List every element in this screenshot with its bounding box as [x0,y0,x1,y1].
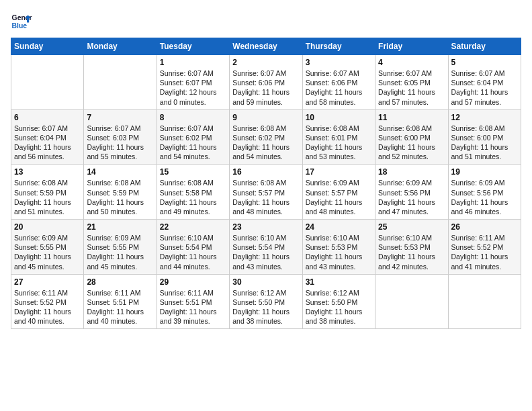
day-detail: Sunrise: 6:10 AMSunset: 5:54 PMDaylight:… [160,233,226,271]
day-detail: Sunrise: 6:09 AMSunset: 5:55 PMDaylight:… [14,233,81,271]
day-detail: Sunrise: 6:12 AMSunset: 5:50 PMDaylight:… [232,288,299,326]
day-number: 5 [451,58,518,67]
day-detail: Sunrise: 6:09 AMSunset: 5:57 PMDaylight:… [306,178,372,216]
day-cell: 24Sunrise: 6:10 AMSunset: 5:53 PMDayligh… [302,220,375,275]
day-cell: 4Sunrise: 6:07 AMSunset: 6:05 PMDaylight… [375,55,448,110]
day-cell: 31Sunrise: 6:12 AMSunset: 5:50 PMDayligh… [302,274,375,329]
day-cell [448,274,521,329]
week-row-5: 27Sunrise: 6:11 AMSunset: 5:52 PMDayligh… [11,274,521,329]
day-cell: 10Sunrise: 6:08 AMSunset: 6:01 PMDayligh… [302,109,375,165]
day-cell [11,55,84,110]
day-cell: 23Sunrise: 6:10 AMSunset: 5:54 PMDayligh… [230,220,302,275]
day-number: 13 [14,167,81,177]
day-cell: 2Sunrise: 6:07 AMSunset: 6:06 PMDaylight… [230,55,302,110]
day-detail: Sunrise: 6:11 AMSunset: 5:52 PMDaylight:… [14,288,81,326]
header-row: SundayMondayTuesdayWednesdayThursdayFrid… [11,38,521,55]
day-detail: Sunrise: 6:10 AMSunset: 5:54 PMDaylight:… [232,233,299,271]
col-header-monday: Monday [84,38,157,55]
col-header-wednesday: Wednesday [230,38,302,55]
day-detail: Sunrise: 6:09 AMSunset: 5:55 PMDaylight:… [87,233,153,271]
day-cell: 27Sunrise: 6:11 AMSunset: 5:52 PMDayligh… [11,274,84,329]
day-number: 14 [87,167,153,177]
day-detail: Sunrise: 6:07 AMSunset: 6:06 PMDaylight:… [306,68,372,107]
day-cell: 7Sunrise: 6:07 AMSunset: 6:03 PMDaylight… [84,109,157,165]
day-detail: Sunrise: 6:07 AMSunset: 6:04 PMDaylight:… [14,124,81,162]
day-cell: 19Sunrise: 6:09 AMSunset: 5:56 PMDayligh… [448,165,521,220]
day-detail: Sunrise: 6:07 AMSunset: 6:04 PMDaylight:… [451,68,518,107]
day-cell: 25Sunrise: 6:10 AMSunset: 5:53 PMDayligh… [375,220,448,275]
day-cell: 18Sunrise: 6:09 AMSunset: 5:56 PMDayligh… [375,165,448,220]
day-detail: Sunrise: 6:08 AMSunset: 5:58 PMDaylight:… [160,178,226,216]
day-number: 20 [14,222,81,232]
day-cell: 30Sunrise: 6:12 AMSunset: 5:50 PMDayligh… [230,274,302,329]
day-detail: Sunrise: 6:11 AMSunset: 5:52 PMDaylight:… [451,233,518,271]
day-number: 16 [232,167,299,177]
col-header-friday: Friday [375,38,448,55]
day-detail: Sunrise: 6:10 AMSunset: 5:53 PMDaylight:… [378,233,445,271]
day-detail: Sunrise: 6:09 AMSunset: 5:56 PMDaylight:… [378,178,445,216]
day-number: 12 [451,113,518,122]
day-detail: Sunrise: 6:10 AMSunset: 5:53 PMDaylight:… [306,233,372,271]
week-row-3: 13Sunrise: 6:08 AMSunset: 5:59 PMDayligh… [11,165,521,220]
day-number: 11 [378,113,445,122]
day-cell: 21Sunrise: 6:09 AMSunset: 5:55 PMDayligh… [84,220,157,275]
day-detail: Sunrise: 6:12 AMSunset: 5:50 PMDaylight:… [306,288,372,326]
day-cell: 28Sunrise: 6:11 AMSunset: 5:51 PMDayligh… [84,274,157,329]
day-detail: Sunrise: 6:07 AMSunset: 6:05 PMDaylight:… [378,68,445,107]
day-cell: 9Sunrise: 6:08 AMSunset: 6:02 PMDaylight… [230,109,302,165]
day-cell: 3Sunrise: 6:07 AMSunset: 6:06 PMDaylight… [302,55,375,110]
col-header-tuesday: Tuesday [157,38,229,55]
day-number: 4 [378,58,445,67]
day-number: 17 [306,167,372,177]
day-number: 10 [306,113,372,122]
day-number: 8 [160,113,226,122]
day-detail: Sunrise: 6:07 AMSunset: 6:07 PMDaylight:… [160,68,226,107]
day-number: 3 [306,58,372,67]
day-detail: Sunrise: 6:08 AMSunset: 5:57 PMDaylight:… [232,178,299,216]
day-number: 7 [87,113,153,122]
calendar-table: SundayMondayTuesdayWednesdayThursdayFrid… [11,38,521,329]
day-detail: Sunrise: 6:11 AMSunset: 5:51 PMDaylight:… [87,288,153,326]
logo-icon: General Blue [11,11,32,32]
day-detail: Sunrise: 6:09 AMSunset: 5:56 PMDaylight:… [451,178,518,216]
day-number: 31 [306,277,372,287]
day-number: 30 [232,277,299,287]
day-cell: 1Sunrise: 6:07 AMSunset: 6:07 PMDaylight… [157,55,229,110]
day-number: 21 [87,222,153,232]
day-cell: 8Sunrise: 6:07 AMSunset: 6:02 PMDaylight… [157,109,229,165]
day-number: 27 [14,277,81,287]
day-detail: Sunrise: 6:08 AMSunset: 5:59 PMDaylight:… [14,178,81,216]
day-detail: Sunrise: 6:07 AMSunset: 6:06 PMDaylight:… [232,68,299,107]
day-number: 1 [160,58,226,67]
day-number: 6 [14,113,81,122]
day-cell: 26Sunrise: 6:11 AMSunset: 5:52 PMDayligh… [448,220,521,275]
day-number: 2 [232,58,299,67]
day-cell: 29Sunrise: 6:11 AMSunset: 5:51 PMDayligh… [157,274,229,329]
day-cell [375,274,448,329]
svg-text:Blue: Blue [12,22,28,30]
day-cell: 12Sunrise: 6:08 AMSunset: 6:00 PMDayligh… [448,109,521,165]
day-number: 18 [378,167,445,177]
col-header-thursday: Thursday [302,38,375,55]
day-detail: Sunrise: 6:08 AMSunset: 6:02 PMDaylight:… [232,124,299,162]
day-cell: 15Sunrise: 6:08 AMSunset: 5:58 PMDayligh… [157,165,229,220]
day-cell: 13Sunrise: 6:08 AMSunset: 5:59 PMDayligh… [11,165,84,220]
week-row-4: 20Sunrise: 6:09 AMSunset: 5:55 PMDayligh… [11,220,521,275]
day-detail: Sunrise: 6:07 AMSunset: 6:02 PMDaylight:… [160,124,226,162]
day-number: 19 [451,167,518,177]
day-detail: Sunrise: 6:08 AMSunset: 6:00 PMDaylight:… [451,124,518,162]
day-number: 22 [160,222,226,232]
day-detail: Sunrise: 6:08 AMSunset: 6:01 PMDaylight:… [306,124,372,162]
day-number: 26 [451,222,518,232]
day-detail: Sunrise: 6:11 AMSunset: 5:51 PMDaylight:… [160,288,226,326]
day-cell: 11Sunrise: 6:08 AMSunset: 6:00 PMDayligh… [375,109,448,165]
day-number: 15 [160,167,226,177]
day-number: 9 [232,113,299,122]
col-header-saturday: Saturday [448,38,521,55]
logo: General Blue [11,11,32,32]
day-detail: Sunrise: 6:08 AMSunset: 5:59 PMDaylight:… [87,178,153,216]
day-detail: Sunrise: 6:07 AMSunset: 6:03 PMDaylight:… [87,124,153,162]
week-row-2: 6Sunrise: 6:07 AMSunset: 6:04 PMDaylight… [11,109,521,165]
day-number: 23 [232,222,299,232]
day-cell: 20Sunrise: 6:09 AMSunset: 5:55 PMDayligh… [11,220,84,275]
